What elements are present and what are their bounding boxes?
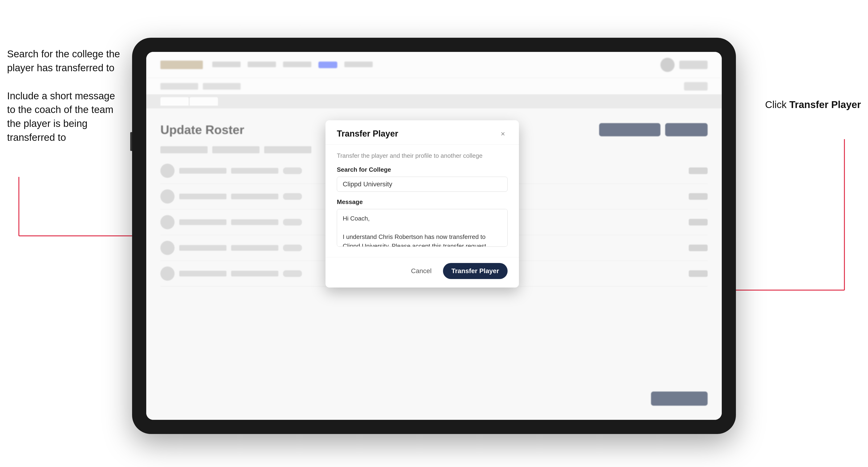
annotation-right-prefix: Click	[765, 99, 789, 110]
annotation-line2: player has transferred to	[7, 62, 115, 73]
table-col-1	[160, 146, 208, 153]
annotation-line3: Include a short message	[7, 90, 115, 101]
row-detail	[231, 219, 278, 225]
transfer-player-modal: Transfer Player × Transfer the player an…	[326, 120, 519, 287]
row-action	[689, 270, 708, 277]
modal-footer: Cancel Transfer Player	[326, 257, 519, 287]
modal-body: Transfer the player and their profile to…	[326, 145, 519, 257]
row-avatar	[160, 241, 175, 255]
search-college-input[interactable]	[337, 177, 507, 192]
row-name	[179, 168, 226, 174]
top-nav	[146, 52, 722, 78]
row-detail	[231, 194, 278, 199]
row-name	[179, 245, 226, 251]
search-college-label: Search for College	[337, 166, 507, 173]
nav-link-1	[212, 62, 241, 67]
nav-link-4	[344, 62, 373, 67]
sub-nav-item-2	[203, 83, 241, 90]
row-action	[689, 245, 708, 251]
nav-logo	[160, 61, 203, 69]
annotation-line1: Search for the college the	[7, 49, 120, 59]
page-title: Update Roster	[160, 123, 244, 137]
sub-nav-filters	[684, 82, 708, 91]
row-detail	[231, 168, 278, 174]
row-detail	[231, 245, 278, 251]
row-avatar	[160, 164, 175, 178]
row-tag	[283, 219, 302, 225]
cancel-button[interactable]: Cancel	[405, 264, 437, 278]
annotation-line5: the player is being	[7, 118, 88, 129]
message-textarea[interactable]: Hi Coach, I understand Chris Robertson h…	[337, 209, 507, 247]
table-col-2	[212, 146, 259, 153]
action-btn-primary	[599, 123, 660, 136]
tablet-screen: Update Roster	[146, 52, 722, 420]
row-action	[689, 193, 708, 200]
row-name	[179, 219, 226, 225]
tablet-side-button	[130, 132, 132, 151]
annotation-left: Search for the college the player has tr…	[7, 47, 120, 159]
modal-title: Transfer Player	[337, 129, 398, 139]
tab-item-1	[160, 97, 189, 106]
row-tag	[283, 270, 302, 277]
table-col-3	[264, 146, 311, 153]
annotation-right-bold: Transfer Player	[789, 99, 861, 110]
transfer-player-button[interactable]: Transfer Player	[443, 263, 507, 279]
row-name	[179, 271, 226, 276]
row-avatar	[160, 189, 175, 204]
row-action	[689, 167, 708, 174]
tablet-frame: Update Roster	[132, 38, 736, 434]
tab-bar	[146, 94, 722, 108]
message-label: Message	[337, 198, 507, 206]
annotation-line6: transferred to	[7, 132, 66, 143]
nav-right	[660, 58, 708, 72]
sub-nav-item-1	[160, 83, 198, 90]
row-name	[179, 194, 226, 199]
action-btn-secondary	[665, 123, 708, 136]
modal-close-button[interactable]: ×	[498, 129, 507, 138]
annotation-line4: to the coach of the team	[7, 104, 114, 115]
row-tag	[283, 193, 302, 200]
nav-link-2	[248, 62, 276, 67]
modal-header: Transfer Player ×	[326, 120, 519, 145]
row-tag	[283, 245, 302, 251]
nav-link-3	[283, 62, 311, 67]
nav-links	[212, 62, 651, 68]
nav-link-active	[318, 62, 337, 68]
sub-nav	[146, 78, 722, 94]
row-action	[689, 219, 708, 225]
row-avatar	[160, 267, 175, 281]
row-detail	[231, 271, 278, 276]
tab-item-2	[190, 97, 218, 106]
annotation-right: Click Transfer Player	[765, 99, 861, 111]
nav-button	[679, 61, 708, 69]
row-avatar	[160, 215, 175, 229]
page-action-buttons	[599, 123, 708, 136]
nav-avatar	[660, 58, 675, 72]
bottom-action-button	[651, 392, 708, 406]
modal-description: Transfer the player and their profile to…	[337, 152, 507, 159]
row-tag	[283, 167, 302, 174]
